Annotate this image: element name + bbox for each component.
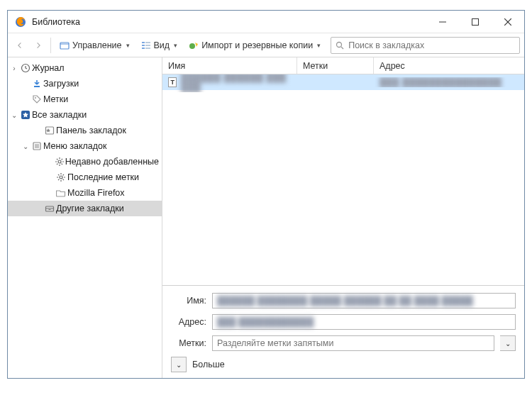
manage-icon (60, 40, 70, 50)
tree-label: Загрузки (43, 79, 79, 89)
svg-rect-8 (142, 48, 145, 49)
tree-label: Меню закладок (43, 141, 107, 151)
svg-point-24 (58, 160, 61, 163)
sidebar: › Журнал Загрузки Метки ⌄ Все закладки (8, 57, 162, 378)
clock-icon (19, 63, 32, 73)
svg-rect-9 (145, 42, 150, 43)
import-icon (189, 40, 199, 50)
view-icon (141, 40, 151, 50)
tree-recent-tags[interactable]: Последние метки (8, 169, 162, 185)
separator (50, 38, 51, 53)
firefox-icon (15, 16, 26, 28)
collapse-icon[interactable]: ⌄ (9, 111, 19, 119)
import-menu[interactable]: Импорт и резервные копии ▾ (184, 38, 325, 52)
svg-rect-7 (142, 45, 145, 46)
tree-label: Метки (43, 94, 68, 104)
svg-point-12 (189, 43, 195, 49)
tree-bookmarks-toolbar[interactable]: Панель закладок (8, 123, 162, 138)
svg-rect-2 (472, 18, 479, 25)
column-headers: Имя Метки Адрес (162, 57, 524, 74)
download-icon (31, 79, 43, 89)
details-address-field[interactable]: ███ ████████████ (212, 314, 516, 330)
col-tags[interactable]: Метки (297, 57, 374, 74)
content-pane: Имя Метки Адрес T ██████ ██████ ███ ███ … (162, 57, 524, 378)
svg-rect-10 (145, 45, 150, 46)
nav-back-button[interactable] (12, 38, 28, 52)
more-label: Больше (192, 360, 225, 369)
details-name-field[interactable]: ██████ ████████ █████ ██████ ██ ██ ████ … (212, 293, 516, 308)
tree-label: Последние метки (67, 172, 139, 182)
tree-journal[interactable]: › Журнал (8, 60, 162, 76)
tree-tags[interactable]: Метки (8, 91, 162, 107)
import-label: Импорт и резервные копии (201, 40, 313, 50)
details-address-label: Адрес: (171, 317, 206, 327)
more-toggle-button[interactable]: ⌄ (171, 357, 187, 372)
maximize-button[interactable] (459, 11, 492, 33)
chevron-down-icon: ▾ (174, 42, 177, 49)
bookmark-type-icon: T (168, 77, 177, 87)
tree-label: Другие закладки (56, 204, 124, 213)
svg-rect-11 (145, 48, 150, 49)
search-icon (336, 41, 344, 50)
manage-label: Управление (72, 40, 122, 50)
search-input[interactable] (348, 40, 515, 50)
svg-point-17 (35, 97, 36, 99)
search-field[interactable] (331, 37, 520, 54)
folder-icon (55, 188, 67, 198)
gear-icon (55, 172, 67, 182)
toolbar: Управление ▾ Вид ▾ Импорт и резервные ко… (8, 33, 524, 57)
svg-rect-28 (49, 209, 51, 210)
minimize-button[interactable] (426, 11, 459, 33)
col-name[interactable]: Имя (162, 57, 297, 74)
details-tags-label: Метки: (171, 338, 206, 348)
tag-icon (31, 94, 43, 104)
gear-icon (54, 157, 65, 167)
svg-line-14 (341, 47, 343, 49)
window-title: Библиотека (32, 17, 426, 27)
tree-label: Недавно добавленные (65, 157, 159, 167)
view-menu[interactable]: Вид ▾ (137, 38, 182, 52)
close-button[interactable] (492, 11, 524, 33)
chevron-down-icon: ▾ (317, 42, 321, 49)
svg-point-25 (60, 176, 62, 179)
col-address[interactable]: Адрес (374, 57, 524, 74)
manage-menu[interactable]: Управление ▾ (55, 38, 134, 52)
star-icon (19, 110, 32, 120)
tree-label: Все закладки (32, 110, 87, 120)
details-pane: Имя: ██████ ████████ █████ ██████ ██ ██ … (162, 285, 524, 378)
bookmark-name: ██████ ██████ ███ ███ (181, 74, 292, 92)
tree-other-bookmarks[interactable]: Другие закладки (8, 201, 162, 216)
tree-all-bookmarks[interactable]: ⌄ Все закладки (8, 107, 162, 123)
nav-forward-button[interactable] (31, 38, 46, 52)
bookmark-address: ███ ███████████████ (379, 77, 501, 87)
tree-recent[interactable]: Недавно добавленные (8, 154, 162, 169)
collapse-icon[interactable]: ⌄ (21, 143, 31, 150)
svg-point-13 (337, 42, 342, 47)
expand-icon[interactable]: › (9, 65, 19, 72)
bookmarks-toolbar-icon (43, 126, 56, 135)
chevron-down-icon: ▾ (126, 42, 130, 49)
main-area: › Журнал Загрузки Метки ⌄ Все закладки (8, 57, 524, 378)
bookmarks-menu-icon (31, 141, 43, 151)
drawer-icon (43, 204, 56, 213)
tags-dropdown-button[interactable]: ⌄ (500, 335, 516, 351)
details-tags-field[interactable] (212, 335, 494, 351)
tags-input[interactable] (217, 338, 489, 348)
view-label: Вид (154, 40, 170, 50)
svg-rect-16 (34, 86, 40, 87)
svg-rect-5 (60, 43, 69, 49)
list-item[interactable]: T ██████ ██████ ███ ███ ███ ████████████… (162, 74, 524, 90)
tree-label: Журнал (32, 63, 65, 73)
tree-downloads[interactable]: Загрузки (8, 76, 162, 91)
bookmark-list[interactable]: T ██████ ██████ ███ ███ ███ ████████████… (162, 74, 524, 285)
tree-mozilla-folder[interactable]: Mozilla Firefox (8, 185, 162, 201)
details-name-label: Имя: (171, 296, 206, 306)
tree-label: Панель закладок (56, 126, 126, 135)
svg-rect-6 (142, 42, 145, 43)
tree-label: Mozilla Firefox (67, 188, 125, 198)
library-window: Библиотека Управление ▾ Вид ▾ Импорт и р… (7, 10, 525, 379)
titlebar: Библиотека (8, 11, 524, 33)
tree-bookmarks-menu[interactable]: ⌄ Меню закладок (8, 138, 162, 154)
